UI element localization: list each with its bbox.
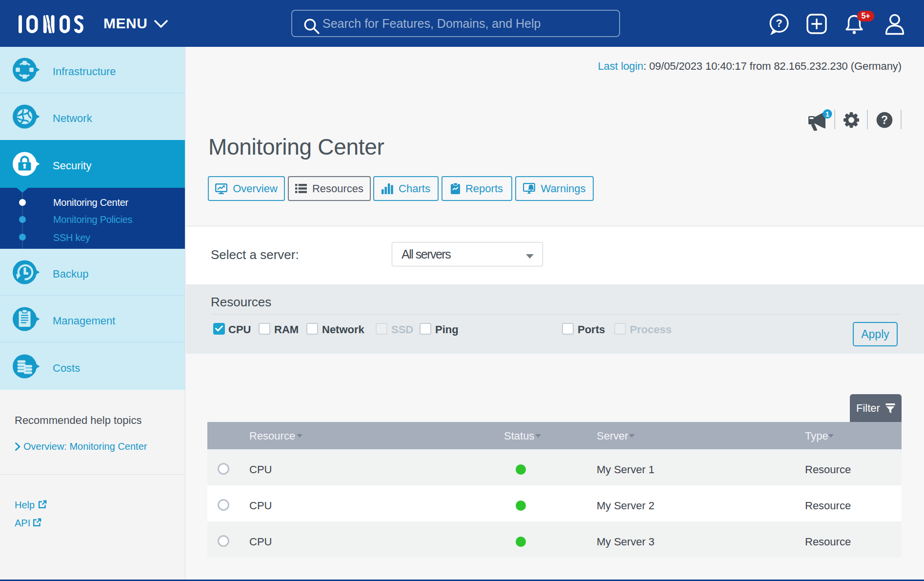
svg-text:1: 1 [825, 110, 829, 118]
svg-text:?: ? [881, 114, 888, 126]
svg-text:?: ? [776, 17, 782, 29]
